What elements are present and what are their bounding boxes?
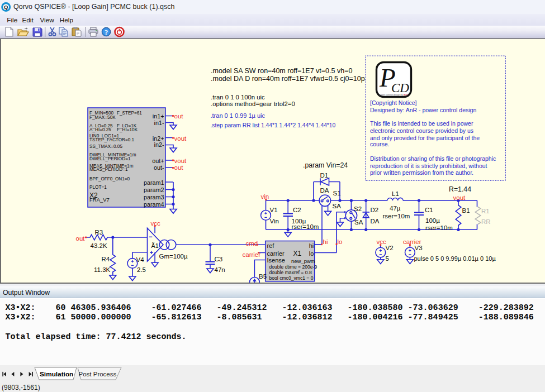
svg-text:hi: hi — [309, 242, 314, 249]
svg-text:A_HI=0.25: A_HI=0.25 — [89, 127, 111, 132]
svg-text:.options method=gear trtol2=0: .options method=gear trtol2=0 — [211, 101, 295, 107]
svg-text:D1: D1 — [320, 172, 329, 179]
svg-text:D2: D2 — [371, 207, 379, 213]
svg-text:out: out — [174, 113, 184, 119]
svg-text:bool cmc0_vmc1 = 0: bool cmc0_vmc1 = 0 — [269, 275, 314, 281]
svg-text:C3: C3 — [215, 256, 223, 262]
svg-text:vcc: vcc — [377, 238, 387, 245]
svg-text:Simulation: Simulation — [40, 370, 73, 378]
svg-text:TSTEP_FACTOR=0.1: TSTEP_FACTOR=0.1 — [89, 137, 135, 142]
svg-text:V2: V2 — [386, 245, 394, 251]
svg-text:2.5: 2.5 — [137, 266, 146, 273]
svg-text:rser=10m: rser=10m — [383, 213, 410, 219]
svg-text:X1: X1 — [293, 250, 302, 257]
svg-text:47n: 47n — [215, 266, 225, 273]
svg-text:Vin: Vin — [270, 218, 279, 224]
svg-text:F_STEP=61: F_STEP=61 — [117, 111, 142, 116]
svg-text:B1: B1 — [462, 207, 470, 214]
svg-text:S2: S2 — [354, 205, 362, 212]
svg-text:out: out — [76, 235, 86, 242]
svg-text:param4: param4 — [144, 201, 164, 208]
svg-text:Isense: Isense — [267, 257, 285, 264]
svg-text:C2: C2 — [293, 207, 301, 213]
svg-text:Gm=100µ: Gm=100µ — [159, 253, 188, 260]
svg-text:rser=10m: rser=10m — [425, 224, 453, 231]
svg-text:Designed by: AnR - power contr: Designed by: AnR - power control design — [370, 107, 476, 113]
svg-text:param3: param3 — [144, 194, 164, 200]
svg-text:vout: vout — [174, 135, 187, 142]
svg-text:electronic control course prov: electronic control course provided by us — [370, 127, 473, 134]
svg-text:pulse 0 5 0 9.99µ 0.01µ 0 10µ: pulse 0 5 0 9.99µ 0.01µ 0 10µ — [414, 255, 496, 262]
svg-text:V3: V3 — [415, 245, 423, 251]
svg-text:This file is intended to be us: This file is intended to be used in powe… — [370, 120, 473, 127]
svg-text:.param Vin=24: .param Vin=24 — [303, 161, 348, 169]
svg-text:Post Process: Post Process — [79, 371, 117, 377]
svg-text:DA: DA — [371, 218, 380, 224]
svg-text:in2+: in2+ — [153, 135, 164, 142]
svg-text:carrier: carrier — [267, 250, 285, 257]
svg-text:ref: ref — [267, 242, 275, 249]
svg-text:in1+: in1+ — [153, 113, 164, 119]
svg-text:C1: C1 — [425, 207, 433, 213]
svg-text:RR: RR — [481, 218, 491, 225]
svg-text:R3: R3 — [95, 229, 103, 236]
svg-text:SS_TMAX=0.05: SS_TMAX=0.05 — [89, 144, 122, 149]
svg-text:V1: V1 — [270, 207, 278, 213]
svg-text:reproduction of it is strictly: reproduction of it is strictly prohibite… — [370, 162, 487, 169]
svg-text:V4: V4 — [136, 256, 145, 263]
svg-text:.model DA D ron=40m roff=1E7 v: .model DA D ron=40m roff=1E7 vfwd=0.5 cj… — [211, 75, 365, 83]
svg-text:lo: lo — [309, 250, 314, 257]
svg-text:Ã1: Ã1 — [151, 242, 159, 249]
svg-text:DWELL_PERIOD=1: DWELL_PERIOD=1 — [89, 156, 131, 161]
svg-text:100µ: 100µ — [425, 217, 440, 224]
svg-text:carrier: carrier — [403, 238, 421, 245]
svg-text:47µ: 47µ — [390, 205, 401, 212]
svg-text:R=1.44: R=1.44 — [449, 185, 471, 193]
svg-text:lo: lo — [338, 238, 343, 245]
svg-text:carrier: carrier — [243, 251, 261, 258]
svg-text:S1: S1 — [333, 190, 341, 197]
svg-text:L1: L1 — [392, 190, 399, 197]
svg-text:MEAS_PERIOD=1: MEAS_PERIOD=1 — [89, 167, 128, 172]
svg-text:43.2K: 43.2K — [91, 242, 107, 249]
svg-text:R4: R4 — [102, 256, 110, 262]
svg-text:DA: DA — [320, 187, 329, 194]
svg-text:new_pwm: new_pwm — [291, 258, 315, 264]
svg-text:B5: B5 — [259, 273, 267, 280]
svg-text:cmd: cmd — [246, 240, 258, 247]
svg-text:double maxref = 0.8: double maxref = 0.8 — [269, 270, 312, 275]
svg-text:vin: vin — [261, 193, 269, 200]
svg-text:F_HI=10K: F_HI=10K — [117, 127, 138, 132]
svg-text:PLOT=1: PLOT=1 — [89, 185, 107, 190]
svg-text:.model SA SW ron=40m roff=1E7: .model SA SW ron=40m roff=1E7 vt=0.5 vh=… — [211, 67, 352, 75]
svg-text:prior written permission from: prior written permission from the author… — [370, 169, 473, 176]
svg-text:FRA_V7: FRA_V7 — [89, 197, 110, 203]
svg-text:in1-: in1- — [154, 119, 164, 126]
svg-text:out+: out+ — [152, 157, 164, 164]
svg-text:F_MAX=50K: F_MAX=50K — [89, 115, 116, 120]
svg-text:vcc: vcc — [151, 220, 161, 227]
svg-text:in2-: in2- — [154, 141, 164, 148]
svg-text:?: ? — [105, 28, 108, 36]
svg-text:vout: vout — [453, 194, 466, 201]
svg-text:Distribution or sharing of thi: Distribution or sharing of this file or … — [370, 155, 496, 162]
svg-text:[Copyright Notice]: [Copyright Notice] — [370, 99, 417, 106]
svg-text:Q: Q — [4, 4, 8, 10]
svg-text:11.3K: 11.3K — [94, 266, 111, 273]
svg-text:double dtime = 200e-9: double dtime = 200e-9 — [269, 264, 317, 270]
svg-text:.tran 0 1 0.99 1µ uic: .tran 0 1 0.99 1µ uic — [211, 112, 266, 119]
svg-text:out: out — [174, 164, 184, 171]
svg-text:.tran 0 1 0 100n uic: .tran 0 1 0 100n uic — [211, 94, 265, 101]
svg-text:param1: param1 — [144, 179, 164, 186]
svg-text:param2: param2 — [144, 187, 164, 193]
svg-text:course.: course. — [370, 141, 389, 147]
svg-text:vout: vout — [174, 157, 187, 164]
svg-text:out-: out- — [154, 164, 164, 171]
svg-text:R1: R1 — [481, 208, 490, 214]
svg-text:rser=10m: rser=10m — [292, 223, 319, 230]
svg-text:.step param RR list 1.44*1 1.4: .step param RR list 1.44*1 1.44*2 1.44*4… — [211, 122, 336, 128]
svg-text:5: 5 — [386, 255, 389, 262]
svg-text:hi: hi — [323, 238, 328, 245]
svg-text:BPF_OFF0_ON1=0: BPF_OFF0_ON1=0 — [89, 176, 130, 181]
svg-text:SA: SA — [333, 203, 342, 209]
